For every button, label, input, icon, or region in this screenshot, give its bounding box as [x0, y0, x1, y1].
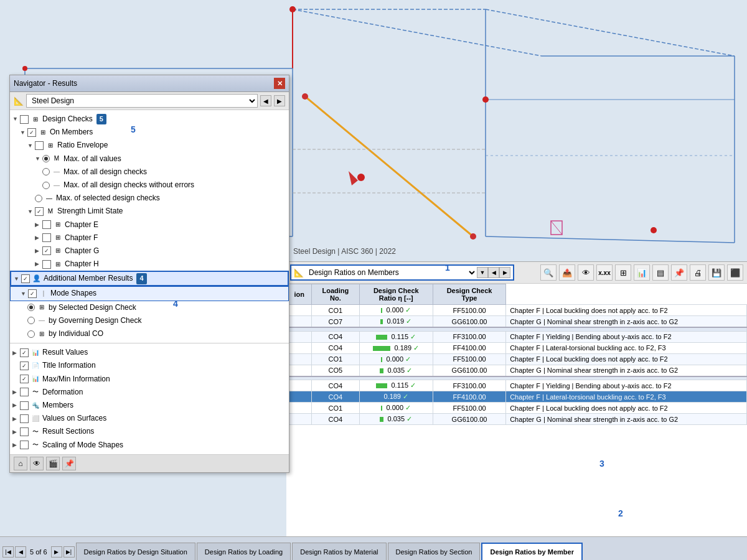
- nav-video-button[interactable]: 🎬: [46, 457, 60, 470]
- tree-item-result-sections[interactable]: ▶ 〜 Result Sections: [10, 425, 289, 438]
- checkbox-deformation[interactable]: [20, 388, 29, 396]
- tree-item-deformation[interactable]: ▶ 〜 Deformation: [10, 386, 289, 399]
- tab-by-design-situation[interactable]: Design Ratios by Design Situation: [76, 543, 195, 560]
- checkbox-members[interactable]: [20, 401, 29, 410]
- table-row[interactable]: CO4 0.115 ✓ FF3100.00 Chapter F | Yieldi…: [287, 380, 747, 391]
- funnel-button[interactable]: ⬛: [727, 264, 743, 281]
- table-row[interactable]: CO4 0.189 ✓ FF4100.00 Chapter F | Latera…: [287, 342, 747, 353]
- pin-button[interactable]: 📌: [671, 264, 687, 281]
- tree-item-max-all-design[interactable]: — Max. of all design checks: [10, 166, 289, 179]
- tree-item-result-values[interactable]: ▶ 📊 Result Values: [10, 346, 289, 359]
- close-button[interactable]: ✕: [274, 78, 285, 89]
- results-dropdown-down[interactable]: ▼: [477, 267, 488, 278]
- checkbox-g[interactable]: [42, 246, 51, 255]
- export-button[interactable]: 📤: [559, 264, 575, 281]
- max-selected-icon: —: [44, 194, 54, 203]
- navigator-title: Navigator - Results: [14, 79, 77, 88]
- tree-item-by-governing[interactable]: — by Governing Design Check: [10, 314, 289, 327]
- nav-eye-button[interactable]: 👁: [30, 457, 44, 470]
- checkbox-on-members[interactable]: [27, 128, 36, 137]
- checkbox-f[interactable]: [42, 233, 51, 242]
- tree-item-max-all-values[interactable]: ▼ M Max. of all values: [10, 152, 289, 166]
- print-button[interactable]: 🖨: [690, 264, 706, 281]
- tab-next-button[interactable]: ▶: [51, 546, 62, 558]
- radio-by-selected[interactable]: [27, 304, 35, 311]
- tree-item-chapter-e[interactable]: ▶ ⊞ Chapter E: [10, 218, 289, 231]
- grid-button[interactable]: ⊞: [615, 264, 631, 281]
- abc-button[interactable]: x.xx: [596, 264, 613, 281]
- tree-item-chapter-g[interactable]: ▶ ⊞ Chapter G: [10, 245, 289, 258]
- radio-max-selected[interactable]: [35, 195, 42, 202]
- table-row-highlighted[interactable]: CO4 0.189 ✓ FF4100.00 Chapter F | Latera…: [287, 391, 747, 403]
- tab-last-button[interactable]: ▶|: [63, 546, 75, 558]
- cell-ion: [287, 391, 312, 403]
- chart-button[interactable]: 📊: [634, 264, 650, 281]
- cell-loading: CO4: [312, 380, 359, 391]
- tab-by-loading[interactable]: Design Ratios by Loading: [197, 543, 291, 560]
- tree-item-chapter-h[interactable]: ▶ ⊞ Chapter H: [10, 258, 289, 271]
- tree-item-additional-member[interactable]: ▼ 👤 Additional Member Results 4: [10, 271, 289, 286]
- tree-item-ratio-envelope[interactable]: ▼ ⊞ Ratio Envelope: [10, 139, 289, 152]
- tree-item-scaling[interactable]: ▶ 〜 Scaling of Mode Shapes: [10, 439, 289, 452]
- tree-item-mode-shapes[interactable]: ▼ | Mode Shapes: [10, 286, 289, 301]
- table-row[interactable]: CO1 0.000 ✓ FF5100.00 Chapter F | Local …: [287, 403, 747, 414]
- radio-max-no-err[interactable]: [42, 182, 50, 189]
- checkbox-result-values[interactable]: [20, 348, 29, 357]
- steel-design-dropdown[interactable]: Steel Design: [26, 94, 258, 108]
- design-ratios-dropdown[interactable]: Design Ratios on Members: [306, 268, 477, 278]
- tree-item-members[interactable]: ▶ 🔩 Members: [10, 399, 289, 412]
- tree-item-max-all-no-err[interactable]: — Max. of all design checks without erro…: [10, 179, 289, 192]
- radio-max-all-design[interactable]: [42, 168, 50, 175]
- filter-button[interactable]: ▤: [652, 264, 669, 281]
- table-row[interactable]: CO5 0.035 ✓ GG6100.00 Chapter G | Nomina…: [287, 365, 747, 376]
- tree-item-title-info[interactable]: 📄 Title Information: [10, 359, 289, 372]
- nav-pin-button[interactable]: 📌: [62, 457, 76, 470]
- table-row[interactable]: CO1 0.000 ✓ FF5100.00 Chapter F | Local …: [287, 353, 747, 365]
- tree-item-maxmin[interactable]: 📊 Max/Min Information: [10, 373, 289, 386]
- search-button[interactable]: 🔍: [540, 264, 557, 281]
- tree-item-values-surfaces[interactable]: ▶ ⬜ Values on Surfaces: [10, 412, 289, 425]
- tree-item-design-checks[interactable]: ▼ ⊞ Design Checks 5: [10, 113, 289, 126]
- results-nav-left[interactable]: ◀: [488, 267, 499, 278]
- checkbox-scaling[interactable]: [20, 441, 29, 449]
- checkbox-e[interactable]: [42, 220, 51, 229]
- nav-next-button[interactable]: ▶: [274, 95, 285, 106]
- table-row[interactable]: CO4 0.115 ✓ FF3100.00 Chapter F | Yieldi…: [287, 331, 747, 342]
- radio-by-governing[interactable]: [27, 317, 35, 324]
- tree-item-chapter-f[interactable]: ▶ ⊞ Chapter F: [10, 231, 289, 245]
- results-nav-right[interactable]: ▶: [499, 267, 510, 278]
- checkbox-maxmin[interactable]: [20, 375, 29, 383]
- checkbox-sections[interactable]: [20, 427, 29, 436]
- tab-by-member[interactable]: Design Ratios by Member: [481, 543, 582, 560]
- results-dropdown-icon: 📐: [294, 268, 304, 278]
- table-row[interactable]: CO7 0.019 ✓ GG6100.00 Chapter G | Nomina…: [287, 316, 747, 328]
- tree-item-by-selected-design[interactable]: ⊞ by Selected Design Check: [10, 301, 289, 314]
- results-table[interactable]: ion LoadingNo. Design CheckRatio η [--] …: [286, 284, 747, 560]
- checkbox-strength[interactable]: [35, 207, 44, 216]
- strength-label: Strength Limit State: [57, 205, 123, 217]
- checkbox-surfaces[interactable]: [20, 414, 29, 423]
- cell-ratio: 0.000 ✓: [359, 403, 433, 414]
- tree-item-on-members[interactable]: ▼ ⊞ On Members: [10, 126, 289, 139]
- tree-item-by-individual[interactable]: ⊞ by Individual CO: [10, 327, 289, 340]
- radio-max-all-values[interactable]: [42, 155, 50, 162]
- tab-by-section[interactable]: Design Ratios by Section: [388, 543, 481, 560]
- table-row[interactable]: CO4 0.035 ✓ GG6100.00 Chapter G | Nomina…: [287, 414, 747, 425]
- checkbox-design-checks[interactable]: [20, 115, 29, 124]
- checkbox-additional[interactable]: [21, 274, 30, 283]
- tree-item-max-selected[interactable]: — Max. of selected design checks: [10, 192, 289, 205]
- nav-prev-button[interactable]: ◀: [260, 95, 271, 106]
- checkbox-h[interactable]: [42, 260, 51, 269]
- tab-prev-button[interactable]: ◀: [15, 546, 26, 558]
- tab-by-material[interactable]: Design Ratios by Material: [292, 543, 386, 560]
- tree-item-strength-limit[interactable]: ▼ M Strength Limit State: [10, 205, 289, 218]
- radio-by-individual[interactable]: [27, 330, 35, 338]
- tab-first-button[interactable]: |◀: [2, 546, 14, 558]
- checkbox-ratio-envelope[interactable]: [35, 141, 44, 150]
- eye-button[interactable]: 👁: [578, 264, 594, 281]
- save-button[interactable]: 💾: [708, 264, 725, 281]
- checkbox-mode-shapes[interactable]: [28, 289, 37, 298]
- nav-home-button[interactable]: ⌂: [14, 457, 27, 470]
- table-row[interactable]: CO1 0.000 ✓ FF5100.00 Chapter F | Local …: [287, 305, 747, 316]
- checkbox-title[interactable]: [20, 362, 29, 370]
